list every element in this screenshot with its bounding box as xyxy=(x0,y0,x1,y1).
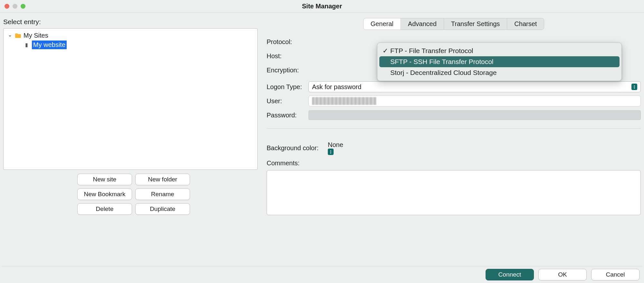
user-input[interactable] xyxy=(308,96,641,106)
entry-tree[interactable]: My Sites ▮ My website xyxy=(3,28,258,170)
duplicate-button[interactable]: Duplicate xyxy=(135,203,190,215)
folder-icon xyxy=(14,33,22,39)
protocol-dropdown[interactable]: ✓ FTP - File Transfer Protocol SFTP - SS… xyxy=(377,42,622,81)
user-value-redacted xyxy=(312,97,376,105)
tab-advanced[interactable]: Advanced xyxy=(401,18,444,30)
entry-buttons: New site New folder New Bookmark Rename … xyxy=(77,174,258,215)
protocol-option-label: Storj - Decentralized Cloud Storage xyxy=(390,69,497,77)
bg-color-value: None xyxy=(328,141,343,148)
comments-textarea[interactable] xyxy=(267,170,641,215)
encryption-label: Encryption: xyxy=(267,67,307,74)
connect-button[interactable]: Connect xyxy=(486,269,534,280)
tab-charset[interactable]: Charset xyxy=(507,18,544,30)
window-title: Site Manager xyxy=(0,3,644,10)
host-label: Host: xyxy=(267,52,307,60)
dialog-footer: Connect OK Cancel xyxy=(486,269,639,280)
select-entry-label: Select entry: xyxy=(3,18,258,26)
server-icon: ▮ xyxy=(23,42,30,48)
comments-label: Comments: xyxy=(267,160,641,167)
tab-transfer-settings[interactable]: Transfer Settings xyxy=(444,18,507,30)
protocol-option-ftp[interactable]: ✓ FTP - File Transfer Protocol xyxy=(379,45,620,56)
bg-color-select[interactable]: None ▴▾ xyxy=(328,141,383,155)
svg-marker-0 xyxy=(9,35,11,37)
tree-child-row[interactable]: ▮ My website xyxy=(5,40,256,50)
tree-root-row[interactable]: My Sites xyxy=(5,31,256,40)
tree-child-label: My website xyxy=(32,41,67,49)
protocol-option-sftp[interactable]: SFTP - SSH File Transfer Protocol xyxy=(379,56,620,67)
new-folder-button[interactable]: New folder xyxy=(135,174,190,185)
tab-bar: General Advanced Transfer Settings Chars… xyxy=(363,18,545,30)
logon-type-label: Logon Type: xyxy=(267,83,308,91)
new-bookmark-button[interactable]: New Bookmark xyxy=(77,188,132,200)
protocol-option-label: SFTP - SSH File Transfer Protocol xyxy=(390,58,494,66)
ok-button[interactable]: OK xyxy=(538,269,587,280)
logon-type-select[interactable]: Ask for password ▴▾ xyxy=(308,81,641,92)
protocol-option-label: FTP - File Transfer Protocol xyxy=(390,47,473,55)
left-pane: Select entry: My Sites ▮ My website New … xyxy=(3,16,258,215)
logon-type-value: Ask for password xyxy=(312,83,361,91)
disclosure-triangle-icon[interactable] xyxy=(7,32,13,39)
cancel-button[interactable]: Cancel xyxy=(591,269,639,280)
titlebar: Site Manager xyxy=(0,0,644,13)
new-site-button[interactable]: New site xyxy=(77,174,132,185)
rename-button[interactable]: Rename xyxy=(135,188,190,200)
updown-caret-icon: ▴▾ xyxy=(631,84,637,90)
delete-button[interactable]: Delete xyxy=(77,203,132,215)
password-label: Password: xyxy=(267,112,308,119)
tab-general[interactable]: General xyxy=(364,18,401,30)
password-input xyxy=(308,110,641,120)
user-label: User: xyxy=(267,97,308,105)
protocol-option-storj[interactable]: Storj - Decentralized Cloud Storage xyxy=(379,67,620,78)
tree-root-label: My Sites xyxy=(24,32,48,39)
updown-caret-icon: ▴▾ xyxy=(328,149,334,155)
protocol-label: Protocol: xyxy=(267,38,307,46)
bg-color-label: Background color: xyxy=(267,144,328,152)
checkmark-icon: ✓ xyxy=(383,47,390,55)
